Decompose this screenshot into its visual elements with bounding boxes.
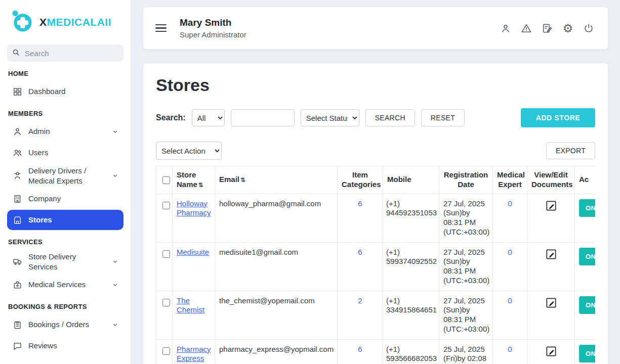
header-registration-date: Registration Date <box>439 166 493 194</box>
registration-date-cell: 25 Jul, 2025 (Fri)by 02:08 PM <box>439 339 493 364</box>
mobile-cell: (+1) 334915864651 <box>383 291 439 339</box>
row-checkbox[interactable] <box>162 250 170 258</box>
chevron-down-icon <box>112 282 118 288</box>
sort-icon: ⇅ <box>198 181 203 189</box>
sidebar-search <box>7 44 123 62</box>
table-row: Holloway Pharmacy holloway_pharma@gmail.… <box>156 194 596 242</box>
search-icon <box>12 49 20 58</box>
search-input[interactable] <box>24 49 118 58</box>
sidebar-item-delivery-drivers[interactable]: Delivery Drivers / Medical Experts <box>7 164 123 188</box>
settings-icon[interactable]: ⚙ <box>562 22 574 34</box>
select-all-checkbox[interactable] <box>162 176 170 184</box>
email-cell: pharmacy_express@yopmail.com <box>215 339 338 364</box>
registration-date-cell: 27 Jul, 2025 (Sun)by 08:31 PM (UTC:+03:0… <box>439 291 493 339</box>
sidebar-item-medical-services[interactable]: Medical Services <box>7 275 123 295</box>
reviews-icon <box>12 341 22 351</box>
form-icon[interactable] <box>541 22 553 34</box>
sidebar-item-company[interactable]: Company <box>7 189 123 209</box>
admin-icon <box>12 127 22 136</box>
chevron-down-icon <box>112 322 118 328</box>
row-checkbox[interactable] <box>162 202 170 209</box>
search-button[interactable]: SEARCH <box>365 109 415 126</box>
email-cell: medisuite1@gmail.com <box>215 242 338 291</box>
item-categories-link[interactable]: 6 <box>358 345 362 353</box>
main-area: Mary Smith Super Administrator ⚙ Stores … <box>131 0 620 364</box>
header-email[interactable]: Email⇅ <box>215 166 338 194</box>
status-toggle-button[interactable]: ON <box>579 199 595 217</box>
bookings-icon <box>12 320 22 330</box>
user-name: Mary Smith <box>180 17 246 28</box>
status-toggle-button[interactable]: ON <box>579 248 595 265</box>
header-mobile: Mobile <box>383 166 439 194</box>
profile-icon[interactable] <box>500 22 512 34</box>
alert-icon[interactable] <box>520 22 532 34</box>
section-title-bookings-reports: BOOKINGS & REPORTS <box>8 303 122 310</box>
sidebar-item-bookings-orders[interactable]: Bookings / Orders <box>7 314 123 335</box>
action-select[interactable]: Select Action <box>156 142 222 160</box>
table-row: Pharmacy Express pharmacy_express@yopmai… <box>156 339 596 364</box>
medical-expert-link[interactable]: 0 <box>508 345 512 353</box>
power-icon[interactable] <box>583 22 595 34</box>
edit-document-icon[interactable] <box>545 248 558 261</box>
company-icon <box>12 194 22 204</box>
status-select[interactable]: Select Status <box>301 109 359 126</box>
sidebar-item-admin[interactable]: Admin <box>7 121 123 142</box>
user-role: Super Administrator <box>180 30 246 39</box>
medical-expert-link[interactable]: 0 <box>508 296 512 305</box>
export-button[interactable]: EXPORT <box>546 142 595 159</box>
action-row: Select Action EXPORT <box>156 142 595 160</box>
store-delivery-icon <box>12 257 22 266</box>
edit-document-icon[interactable] <box>545 296 558 309</box>
store-name-link[interactable]: Medisuite <box>177 248 209 256</box>
reset-button[interactable]: RESET <box>421 109 465 126</box>
header-account-status: Ac <box>575 166 596 194</box>
add-store-button[interactable]: ADD STORE <box>521 108 595 127</box>
item-categories-link[interactable]: 6 <box>358 199 362 208</box>
sidebar-item-users[interactable]: Users <box>7 143 123 163</box>
item-categories-link[interactable]: 2 <box>358 296 362 305</box>
header-item-categories: Item Categories <box>338 166 383 194</box>
app-logo[interactable]: XMEDICALAII <box>7 0 123 42</box>
dashboard-icon <box>12 87 22 97</box>
medical-expert-link[interactable]: 0 <box>508 248 512 256</box>
search-category-select[interactable]: All <box>192 109 225 126</box>
status-toggle-button[interactable]: ON <box>579 345 595 362</box>
header-medical-expert: Medical Expert <box>493 166 527 194</box>
header-store-name[interactable]: Store Name⇅ <box>173 166 215 194</box>
row-checkbox[interactable] <box>162 299 170 306</box>
edit-document-icon[interactable] <box>545 199 558 212</box>
chevron-down-icon <box>112 172 118 179</box>
store-name-link[interactable]: The Chemist <box>177 296 204 314</box>
sidebar-item-store-delivery-services[interactable]: Store Delivery Services <box>7 250 123 274</box>
sidebar-item-stores[interactable]: Stores <box>7 210 123 230</box>
email-cell: the_chemist@yopemail.com <box>215 291 338 339</box>
item-categories-link[interactable]: 6 <box>358 248 362 256</box>
sidebar-item-dashboard[interactable]: Dashboard <box>7 81 123 102</box>
topbar: Mary Smith Super Administrator ⚙ <box>143 7 608 49</box>
stores-panel: Stores Search: All Select Status SEARCH … <box>143 63 608 364</box>
chevron-down-icon <box>112 128 118 135</box>
status-toggle-button[interactable]: ON <box>579 296 595 314</box>
registration-date-cell: 27 Jul, 2025 (Sun)by 08:31 PM (UTC:+03:0… <box>439 194 493 242</box>
page-title: Stores <box>156 75 595 95</box>
store-name-link[interactable]: Holloway Pharmacy <box>177 199 211 217</box>
sidebar-item-reviews[interactable]: Reviews <box>7 336 123 356</box>
chevron-down-icon <box>112 258 118 265</box>
section-title-members: MEMBERS <box>8 110 122 117</box>
section-title-home: HOME <box>8 70 122 77</box>
search-text-input[interactable] <box>231 109 295 126</box>
edit-document-icon[interactable] <box>545 345 558 358</box>
logo-icon <box>9 8 35 36</box>
store-name-link[interactable]: Pharmacy Express <box>177 345 211 363</box>
menu-icon[interactable] <box>155 24 167 32</box>
registration-date-cell: 27 Jul, 2025 (Sun)by 08:31 PM (UTC:+03:0… <box>439 242 493 291</box>
medical-expert-link[interactable]: 0 <box>508 199 512 208</box>
topbar-icons: ⚙ <box>500 22 595 34</box>
table-header-row: Store Name⇅ Email⇅ Item Categories Mobil… <box>156 166 596 194</box>
user-block: Mary Smith Super Administrator <box>180 17 246 39</box>
filter-row: Search: All Select Status SEARCH RESET A… <box>156 108 595 127</box>
mobile-cell: (+1) 593566682053 <box>383 339 439 364</box>
row-checkbox[interactable] <box>162 347 170 355</box>
sort-icon: ⇅ <box>240 176 245 184</box>
medical-services-icon <box>12 280 22 290</box>
